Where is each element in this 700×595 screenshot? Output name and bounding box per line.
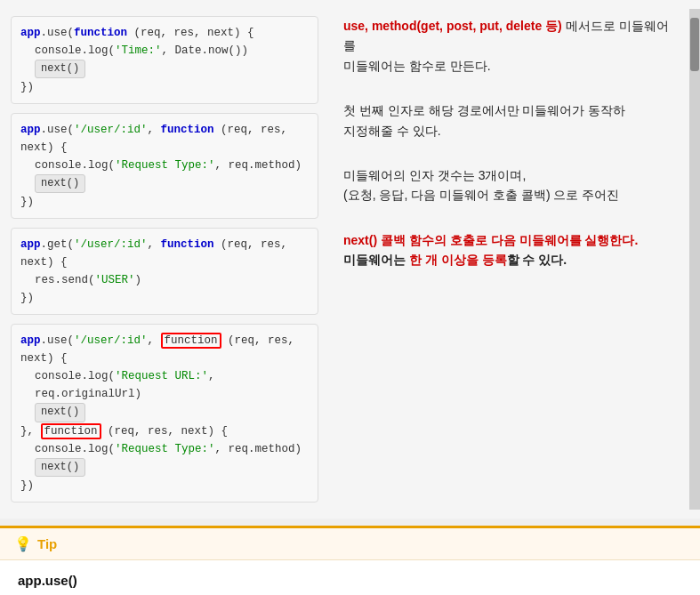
code-block-2: app.use('/user/:id', function (req, res,…: [11, 113, 318, 219]
top-section: app.use(function (req, res, next) { cons…: [0, 0, 700, 519]
code-line: }): [20, 479, 34, 492]
code-line: }): [20, 196, 34, 208]
code-line: app.get('/user/:id', function (req, res,…: [20, 238, 287, 269]
scrollbar-thumb[interactable]: [690, 18, 699, 71]
code-block-3: app.get('/user/:id', function (req, res,…: [11, 228, 318, 315]
scrollbar-track[interactable]: [689, 9, 700, 510]
explanation-3: 미들웨어의 인자 갯수는 3개이며,(요청, 응답, 다음 미들웨어 호출 콜백…: [343, 165, 675, 205]
code-line: next(): [20, 403, 309, 422]
explanation-column: use, method(get, post, put, delete 등) 메서…: [329, 9, 689, 510]
code-line: res.send('USER'): [20, 271, 309, 289]
code-line: next(): [20, 458, 309, 477]
code-line: app.use('/user/:id', function (req, res,…: [20, 124, 287, 154]
code-line: console.log('Request Type:', req.method): [20, 440, 309, 458]
code-line: app.use(function (req, res, next) {: [20, 27, 254, 39]
code-block-4: app.use('/user/:id', function (req, res,…: [11, 324, 318, 502]
code-block-1: app.use(function (req, res, next) { cons…: [11, 16, 318, 104]
code-line: console.log('Request Type:', req.method): [20, 157, 309, 174]
tip-title: Tip: [37, 536, 57, 551]
code-line: console.log('Time:', Date.now()): [20, 42, 309, 60]
ex4-highlight1: next() 콜백 함수의 호출로 다음 미들웨어를 실행한다.: [343, 233, 638, 247]
code-line: console.log('Request URL:', req.original…: [20, 367, 309, 403]
tip-content: app.use() app.use() 는 Express 앱에서 항상 실행하…: [0, 560, 700, 595]
code-line: next(): [20, 60, 309, 78]
code-line: }): [20, 292, 34, 304]
tip-icon: 💡: [14, 535, 32, 552]
tip-section: 💡 Tip app.use() app.use() 는 Express 앱에서 …: [0, 526, 700, 595]
ex4-highlight2: 미들웨어는 한 개 이상을 등록할 수 있다.: [343, 253, 567, 267]
code-line: app.use('/user/:id', function (req, res,…: [20, 333, 294, 365]
code-line: }): [20, 81, 34, 93]
code-line: next(): [20, 174, 309, 193]
code-line: }, function (req, res, next) {: [20, 423, 228, 439]
tip-heading: app.use(): [18, 573, 682, 588]
explanation-4: next() 콜백 함수의 호출로 다음 미들웨어를 실행한다. 미들웨어는 한…: [343, 230, 675, 270]
code-column: app.use(function (req, res, next) { cons…: [0, 9, 329, 510]
main-container: app.use(function (req, res, next) { cons…: [0, 0, 700, 595]
tip-header: 💡 Tip: [0, 528, 700, 560]
explanation-2: 첫 번째 인자로 해당 경로에서만 미들웨어가 동작하지정해줄 수 있다.: [343, 101, 675, 141]
ex1-highlight: use, method(get, post, put, delete 등): [343, 19, 562, 33]
explanation-1: use, method(get, post, put, delete 등) 메서…: [343, 16, 675, 76]
